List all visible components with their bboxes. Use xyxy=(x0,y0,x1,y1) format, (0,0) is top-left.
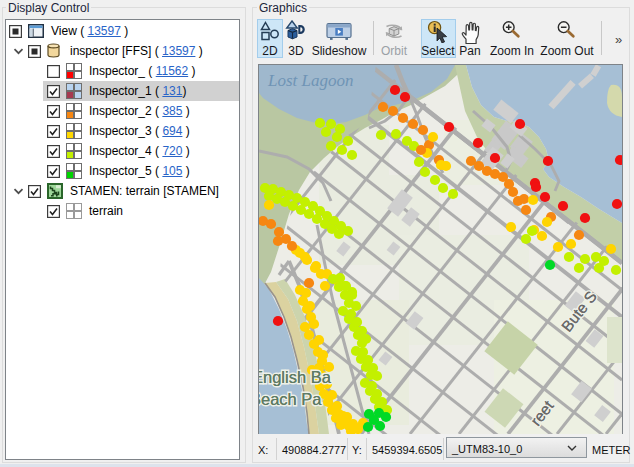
svg-text:English Ba: English Ba xyxy=(259,368,332,386)
svg-text:Lost Lagoon: Lost Lagoon xyxy=(267,71,354,90)
svg-text:Beach Pa: Beach Pa xyxy=(259,390,322,408)
